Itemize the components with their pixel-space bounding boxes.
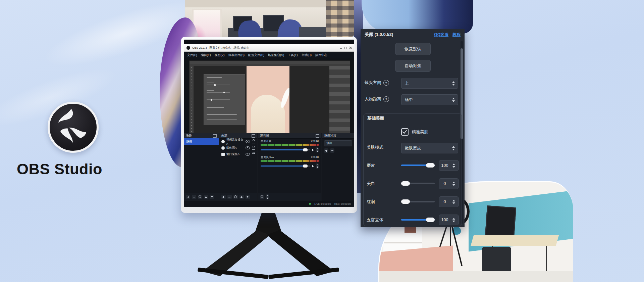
source-row[interactable]: 视频采集设备A: [219, 138, 258, 145]
source-row[interactable]: 媒体源A: [219, 145, 258, 151]
scenes-toolbar: [184, 193, 219, 201]
qq-support-link[interactable]: QQ客服: [434, 32, 448, 38]
help-icon[interactable]: ?: [383, 96, 389, 102]
lock-icon[interactable]: [252, 153, 255, 156]
minimize-icon[interactable]: [340, 47, 342, 49]
spinner-arrows-icon[interactable]: [450, 163, 459, 168]
smoothing-spinbox[interactable]: 100: [439, 160, 459, 171]
transitions-dock: 场景过渡 淡出: [322, 133, 354, 201]
camera-direction-select[interactable]: 上: [401, 78, 458, 89]
rosy-spinbox[interactable]: 0: [439, 196, 459, 207]
smoothing-slider-handle[interactable]: [426, 163, 435, 168]
mixer-channel: 麦克风/Aux0.0 dB: [258, 154, 321, 169]
menu-scene-collection[interactable]: 场景集合(S): [268, 53, 284, 57]
volume-slider-handle[interactable]: [303, 148, 308, 151]
visibility-eye-icon[interactable]: [246, 153, 250, 156]
dock-collapse-icon[interactable]: [252, 134, 255, 138]
dock-collapse-icon[interactable]: [213, 134, 217, 138]
spinner-arrows-icon[interactable]: [449, 78, 458, 88]
rosy-slider[interactable]: [401, 201, 435, 202]
source-move-down-button[interactable]: [246, 195, 250, 199]
menu-edit[interactable]: 编辑(E): [201, 53, 211, 57]
source-properties-button[interactable]: [233, 195, 238, 199]
volume-meter: [261, 144, 319, 146]
precise-skin-checkbox[interactable]: [401, 128, 409, 136]
scene-move-up-button[interactable]: [204, 195, 208, 199]
skin-mode-select[interactable]: 嫩肤磨皮: [401, 143, 458, 153]
spinner-arrows-icon[interactable]: [450, 218, 459, 222]
visibility-eye-icon[interactable]: [246, 140, 250, 143]
spinner-arrows-icon[interactable]: [450, 182, 459, 186]
monitor-screen: OBS 29.1.3 - 配置文件: 未命名 - 场景: 未命名 文件(F) 编…: [184, 40, 354, 207]
channel-menu-icon[interactable]: [316, 163, 319, 169]
source-move-up-button[interactable]: [239, 195, 244, 199]
scenes-dock: 场景 场景: [184, 133, 219, 201]
channel-db: 0.0 dB: [311, 155, 319, 159]
remove-scene-button[interactable]: [192, 195, 196, 199]
precise-skin-label: 精准美肤: [412, 129, 428, 135]
close-icon[interactable]: [349, 47, 352, 49]
precise-skin-row: 精准美肤: [401, 128, 428, 136]
scenes-dock-title: 场景: [186, 134, 192, 138]
channel-name: 麦克风/Aux: [261, 155, 274, 159]
speaker-icon[interactable]: [312, 165, 314, 168]
monitor-stand: [188, 212, 349, 281]
subject-distance-select[interactable]: 适中: [401, 94, 458, 105]
rosy-slider-handle[interactable]: [401, 199, 410, 204]
whitening-slider-handle[interactable]: [401, 181, 410, 186]
mixer-settings-button[interactable]: [260, 195, 264, 199]
face-3d-slider[interactable]: [401, 219, 435, 221]
add-source-button[interactable]: [221, 195, 226, 199]
help-icon[interactable]: ?: [383, 80, 389, 86]
face-3d-spinbox[interactable]: 100: [439, 215, 459, 225]
face-3d-slider-handle[interactable]: [426, 218, 435, 222]
channel-menu-icon[interactable]: [316, 147, 319, 152]
volume-slider[interactable]: [261, 166, 310, 167]
obs-docks: 场景 场景 来源 视频采集设备A: [184, 133, 354, 201]
remove-source-button[interactable]: [227, 195, 232, 199]
mixer-dock: 混音器 桌面音频0.0 dB: [258, 133, 321, 201]
sources-dock: 来源 视频采集设备A 媒体源A 窗口采集A: [219, 133, 258, 201]
add-scene-button[interactable]: [186, 195, 190, 199]
spinner-arrows-icon[interactable]: [449, 95, 458, 105]
obs-logo-icon: [48, 102, 99, 153]
menu-view[interactable]: 视图(V): [215, 53, 225, 57]
scene-move-down-button[interactable]: [210, 195, 214, 199]
menu-tools[interactable]: 工具(T): [288, 53, 298, 57]
lock-icon[interactable]: [252, 141, 255, 143]
visibility-eye-icon[interactable]: [246, 146, 250, 149]
portrait-photo: [247, 66, 289, 141]
add-transition-button[interactable]: [324, 148, 328, 153]
obs-status-bar: LIVE: 00:00:00 REC: 00:00:00: [184, 201, 354, 207]
menu-profile[interactable]: 配置文件(P): [248, 53, 264, 57]
menu-help[interactable]: 帮助(H): [302, 53, 312, 57]
volume-slider[interactable]: [261, 149, 310, 150]
stream-status-icon: [309, 203, 311, 205]
menu-plugin-center[interactable]: 插件中心: [315, 53, 327, 57]
obs-title-bar: OBS 29.1.3 - 配置文件: 未命名 - 场景: 未命名: [184, 44, 354, 52]
scene-row-selected[interactable]: 场景: [184, 138, 219, 145]
spinner-arrows-icon[interactable]: [449, 143, 458, 153]
whitening-slider[interactable]: [401, 183, 435, 184]
menu-docks[interactable]: 停靠部件(D): [228, 53, 245, 57]
speaker-icon[interactable]: [312, 149, 314, 151]
remove-transition-button[interactable]: [330, 148, 334, 153]
lock-icon[interactable]: [252, 147, 255, 150]
spinner-arrows-icon[interactable]: [450, 200, 459, 204]
volume-slider-handle[interactable]: [303, 164, 308, 168]
restore-defaults-button[interactable]: 恢复默认: [395, 43, 431, 55]
smoothing-slider[interactable]: [401, 164, 435, 166]
transition-select[interactable]: 淡出: [324, 140, 352, 146]
tutorial-link[interactable]: 教程: [452, 32, 461, 38]
maximize-icon[interactable]: [344, 47, 347, 49]
menu-file[interactable]: 文件(F): [187, 53, 197, 57]
mixer-menu-icon[interactable]: [266, 194, 269, 199]
source-row[interactable]: 窗口采集A: [219, 151, 258, 157]
scene-properties-button[interactable]: [198, 195, 202, 199]
whitening-spinbox[interactable]: 0: [439, 178, 459, 189]
camera-source-icon: [221, 140, 225, 143]
editor-floating-panel: [204, 74, 245, 125]
dock-collapse-icon[interactable]: [316, 134, 319, 138]
rec-time: REC: 00:00:00: [334, 202, 351, 205]
auto-focus-button[interactable]: 自动对焦: [395, 60, 431, 72]
